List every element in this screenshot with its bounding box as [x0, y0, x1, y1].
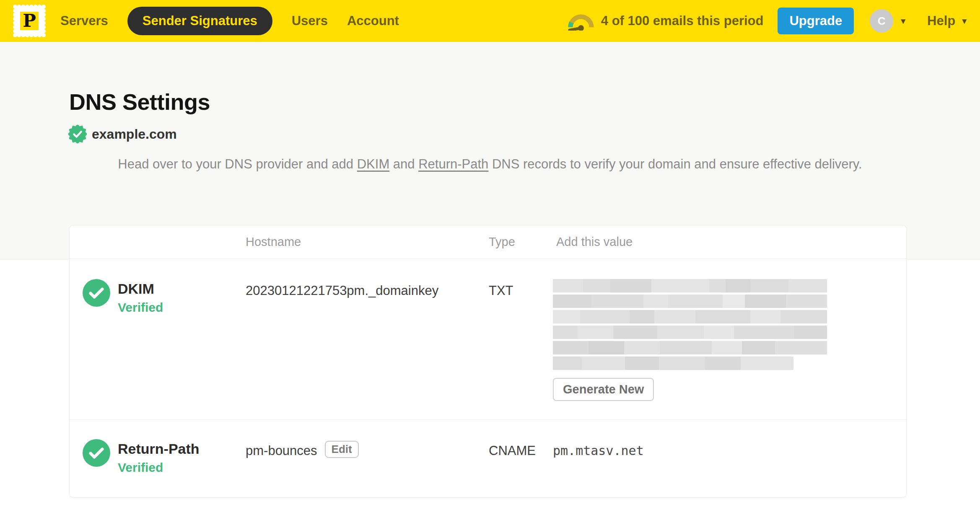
nav-item-users[interactable]: Users: [292, 7, 328, 35]
redacted-dkim-value: [553, 279, 827, 370]
usage-meter: 4 of 100 emails this period: [567, 11, 764, 31]
description-text: Head over to your DNS provider and add: [118, 157, 357, 171]
return-path-status-cell: Return-Path Verified: [70, 439, 246, 475]
edit-button[interactable]: Edit: [325, 441, 359, 458]
verified-check-icon: [83, 439, 110, 467]
table-header: Hostname Type Add this value: [70, 225, 906, 259]
status-badge: Verified: [118, 300, 163, 315]
status-badge: Verified: [118, 460, 200, 475]
description-text: and: [389, 157, 418, 171]
verified-domain: example.com: [68, 125, 177, 143]
redacted-value-bar: [553, 279, 827, 292]
record-name: DKIM: [118, 279, 163, 297]
avatar[interactable]: C: [870, 9, 893, 33]
dkim-hostname: 20230121221753pm._domainkey: [246, 279, 489, 401]
dns-records-card: Hostname Type Add this value DKIM Verifi…: [69, 225, 907, 498]
redacted-value-bar: [553, 310, 827, 323]
table-row-dkim: DKIM Verified 20230121221753pm._domainke…: [70, 259, 906, 419]
table-row-return-path: Return-Path Verified pm-bounces Edit CNA…: [70, 419, 906, 491]
help-label: Help: [927, 13, 955, 28]
dkim-status-cell: DKIM Verified: [70, 279, 246, 401]
page-title: DNS Settings: [69, 89, 210, 115]
column-header-value: Add this value: [553, 235, 906, 249]
account-menu[interactable]: C ▼: [870, 9, 907, 33]
dkim-type: TXT: [489, 279, 553, 401]
column-header-type: Type: [489, 235, 553, 249]
usage-text: 4 of 100 emails this period: [601, 13, 764, 28]
postmark-logo[interactable]: P: [12, 3, 47, 39]
chevron-down-icon: ▼: [960, 17, 968, 25]
description-text: DNS records to verify your domain and en…: [488, 157, 862, 171]
return-path-link[interactable]: Return-Path: [418, 157, 488, 171]
page-description: Head over to your DNS provider and add D…: [0, 154, 980, 174]
navbar-right: 4 of 100 emails this period Upgrade C ▼ …: [567, 8, 968, 34]
column-header-hostname: Hostname: [246, 235, 489, 249]
return-path-value: pm.mtasv.net: [553, 439, 906, 475]
return-path-type: CNAME: [489, 439, 553, 475]
nav-item-servers[interactable]: Servers: [60, 7, 108, 35]
nav-item-sender-signatures[interactable]: Sender Signatures: [127, 7, 272, 35]
logo-letter: P: [23, 10, 36, 31]
redacted-value-bar: [553, 357, 793, 370]
dkim-link[interactable]: DKIM: [357, 157, 390, 171]
help-menu[interactable]: Help ▼: [927, 13, 968, 28]
top-navbar: P Servers Sender Signatures Users Accoun…: [0, 0, 980, 42]
chevron-down-icon: ▼: [899, 17, 907, 25]
primary-nav: Servers Sender Signatures Users Account: [60, 7, 399, 35]
redacted-value-bar: [553, 326, 827, 339]
return-path-hostname-cell: pm-bounces Edit: [246, 439, 489, 475]
gauge-icon: [567, 11, 594, 31]
record-name: Return-Path: [118, 439, 200, 457]
redacted-value-bar: [553, 341, 827, 354]
dkim-status-text: DKIM Verified: [118, 279, 163, 315]
verified-seal-icon: [68, 125, 87, 143]
return-path-status-text: Return-Path Verified: [118, 439, 200, 475]
return-path-hostname: pm-bounces: [246, 443, 317, 458]
redacted-value-bar: [553, 295, 827, 308]
upgrade-button[interactable]: Upgrade: [778, 8, 854, 34]
verified-check-icon: [83, 279, 110, 307]
nav-item-account[interactable]: Account: [347, 7, 399, 35]
domain-name: example.com: [92, 127, 177, 142]
generate-new-button[interactable]: Generate New: [553, 378, 654, 401]
dkim-value-cell: Generate New: [553, 279, 906, 401]
